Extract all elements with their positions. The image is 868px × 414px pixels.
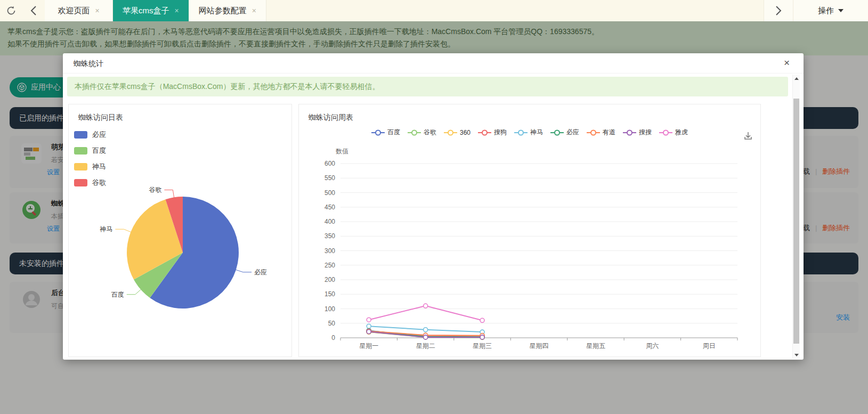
actions-dropdown[interactable]: 操作 [793,0,868,21]
legend-label: 360 [460,129,470,136]
refresh-icon[interactable] [0,0,22,21]
tab-site-config[interactable]: 网站参数配置 × [189,0,266,21]
legend-swatch [74,179,87,186]
legend-swatch [74,163,87,171]
actions-label: 操作 [818,6,834,16]
triangle-down-icon [794,354,799,356]
line-legend-item[interactable]: 有道 [587,128,615,137]
data-point-marker[interactable] [367,324,371,328]
close-icon[interactable]: × [252,6,256,15]
scrollbar-down-button[interactable] [793,351,800,359]
x-axis-tick-label: 星期一 [359,342,378,350]
line-legend-icon [587,129,600,136]
y-axis-tick-label: 350 [325,232,335,240]
tabbar-right-controls: 操作 [764,0,868,21]
pie-slice-label: 神马 [99,225,112,233]
data-point-marker[interactable] [480,335,484,339]
y-axis-tick-label: 200 [325,276,335,283]
modal-header: 蜘蛛统计 × [63,53,804,74]
line-legend: 百度谷歌360搜狗神马必应有道搜搜雅虎 [299,128,760,137]
chevron-down-icon [838,9,843,12]
pie-legend-item[interactable]: 百度 [74,146,106,156]
legend-label: 搜狗 [494,128,507,137]
x-axis-tick-label: 星期三 [473,342,492,350]
line-legend-icon [444,129,457,136]
x-axis-tick-label: 星期四 [530,342,549,350]
spider-stats-modal: 蜘蛛统计 × 本插件仅在苹果cms盒子（MacCmsBox.Com）更新，其他地… [63,53,804,360]
data-point-marker[interactable] [367,330,371,334]
y-axis-tick-label: 600 [325,160,335,167]
data-point-marker[interactable] [480,318,484,322]
back-icon[interactable] [22,0,45,21]
tab-maccmsbox[interactable]: 苹果cms盒子 × [113,0,189,21]
tab-welcome[interactable]: 欢迎页面 × [45,0,113,21]
y-axis-name: 数值 [336,148,348,155]
x-axis-tick-label: 星期二 [416,342,435,350]
pie-legend-item[interactable]: 必应 [74,130,106,140]
close-icon[interactable]: × [95,6,99,15]
weekly-line-chart[interactable]: 050100150200250300350400450500550600数值星期… [299,104,760,356]
legend-label: 雅虎 [675,128,688,137]
legend-label: 有道 [603,128,615,137]
line-legend-item[interactable]: 神马 [514,128,543,137]
close-icon[interactable]: × [175,6,179,15]
line-legend-icon [550,129,564,136]
legend-label: 神马 [92,162,106,172]
line-legend-icon [408,129,421,136]
data-point-marker[interactable] [367,318,371,322]
modal-alert: 本插件仅在苹果cms盒子（MacCmsBox.Com）更新，其他地方都不是本人请… [67,77,788,96]
data-point-marker[interactable] [424,304,428,308]
legend-swatch [74,147,87,155]
modal-title: 蜘蛛统计 [74,59,103,69]
modal-scrollbar [792,75,800,359]
pie-card-title: 蜘蛛访问日表 [78,113,123,123]
scrollbar-thumb[interactable] [793,99,799,344]
line-card-title: 蜘蛛访问周表 [309,113,353,123]
x-axis-tick-label: 周日 [703,342,716,350]
x-axis-tick-label: 周六 [646,342,659,350]
pie-legend: 必应百度神马谷歌 [74,130,106,188]
legend-label: 百度 [387,128,400,137]
pie-legend-item[interactable]: 谷歌 [74,178,106,188]
legend-label: 谷歌 [92,178,106,188]
forward-icon[interactable] [764,0,793,21]
line-legend-item[interactable]: 雅虎 [659,128,688,137]
daily-pie-chart-card: 必应百度神马谷歌 蜘蛛访问日表 必应百度神马谷歌 [68,104,292,357]
data-point-marker[interactable] [424,328,428,332]
line-legend-icon [371,129,385,136]
x-axis-tick-label: 星期五 [586,342,605,350]
y-axis-tick-label: 50 [328,320,336,327]
triangle-up-icon [794,77,799,80]
legend-label: 必应 [92,130,106,140]
y-axis-tick-label: 100 [325,305,335,313]
y-axis-tick-label: 300 [325,247,335,255]
line-legend-item[interactable]: 必应 [550,128,579,137]
legend-label: 谷歌 [424,128,436,137]
line-legend-icon [659,129,672,136]
y-axis-tick-label: 150 [325,290,335,298]
save-as-image-icon[interactable] [743,131,753,143]
legend-label: 搜搜 [639,128,652,137]
line-legend-item[interactable]: 搜搜 [623,128,652,137]
legend-label: 必应 [566,128,579,137]
scrollbar-up-button[interactable] [793,75,800,82]
pie-slice-label: 必应 [254,269,267,276]
tab-label: 网站参数配置 [199,6,247,16]
legend-label: 百度 [92,146,106,156]
pie-slice-label: 谷歌 [149,186,161,193]
pie-legend-item[interactable]: 神马 [74,162,106,172]
line-legend-icon [478,129,491,136]
line-legend-item[interactable]: 360 [444,128,470,137]
y-axis-tick-label: 250 [325,262,335,269]
y-axis-tick-label: 400 [325,218,335,225]
modal-close-icon[interactable]: × [784,58,790,68]
line-legend-item[interactable]: 百度 [371,128,400,137]
y-axis-tick-label: 450 [325,204,335,211]
line-legend-item[interactable]: 搜狗 [478,128,507,137]
y-axis-tick-label: 500 [325,189,335,197]
y-axis-tick-label: 0 [331,334,335,342]
line-legend-icon [623,129,636,136]
legend-swatch [74,131,87,139]
line-legend-item[interactable]: 谷歌 [408,128,436,137]
data-point-marker[interactable] [424,335,428,339]
